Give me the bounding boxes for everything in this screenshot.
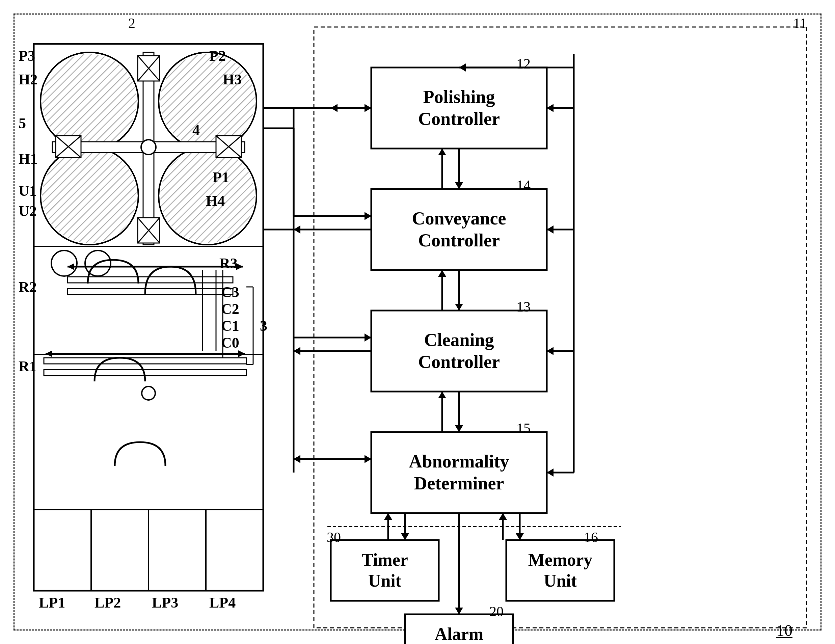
- label-u1: U1: [19, 182, 37, 200]
- alarm-unit-block: AlarmUnit: [405, 614, 513, 644]
- label-c3: C3: [221, 283, 239, 301]
- label-r3: R3: [219, 255, 237, 272]
- label-lp2: LP2: [94, 594, 121, 611]
- label-5: 5: [19, 115, 26, 132]
- label-p2: P2: [209, 47, 226, 65]
- label-p1: P1: [213, 169, 229, 186]
- label-c0: C0: [221, 334, 239, 351]
- label-h1: H1: [19, 150, 37, 168]
- label-c1: C1: [221, 317, 239, 335]
- alarm-unit-label: AlarmUnit: [435, 624, 483, 644]
- ref-11: 11: [793, 15, 807, 31]
- label-h2: H2: [19, 71, 37, 88]
- label-lp3: LP3: [152, 594, 178, 611]
- label-u2: U2: [19, 203, 37, 220]
- memory-unit-block: MemoryUnit: [506, 540, 614, 601]
- label-lp4: LP4: [209, 594, 236, 611]
- conveyance-controller-block: ConveyanceController: [371, 189, 547, 270]
- timer-unit-label: TimerUnit: [361, 550, 408, 592]
- cleaning-controller-label: CleaningController: [418, 329, 500, 373]
- label-p3: P3: [19, 47, 35, 65]
- ref-2: 2: [128, 15, 135, 31]
- page: 2 11 P3 P2 H2 H3 5 4 H1 U1 U2 P1 H4 R3 R…: [0, 0, 835, 644]
- memory-unit-label: MemoryUnit: [528, 550, 593, 592]
- label-3: 3: [260, 317, 267, 335]
- label-c2: C2: [221, 301, 239, 318]
- abnormality-determiner-block: AbnormalityDeterminer: [371, 432, 547, 513]
- polishing-controller-block: PolishingController: [371, 68, 547, 148]
- label-4: 4: [192, 122, 200, 139]
- conveyance-controller-label: ConveyanceController: [412, 208, 506, 252]
- label-r2: R2: [19, 278, 37, 296]
- cleaning-controller-block: CleaningController: [371, 311, 547, 392]
- label-h3: H3: [223, 71, 242, 88]
- label-h4: H4: [206, 192, 225, 210]
- polishing-controller-label: PolishingController: [418, 86, 500, 130]
- figure-number: 10: [776, 621, 793, 640]
- abnormality-determiner-label: AbnormalityDeterminer: [409, 450, 509, 494]
- label-r1: R1: [19, 358, 37, 375]
- timer-unit-block: TimerUnit: [331, 540, 439, 601]
- label-lp1: LP1: [39, 594, 65, 611]
